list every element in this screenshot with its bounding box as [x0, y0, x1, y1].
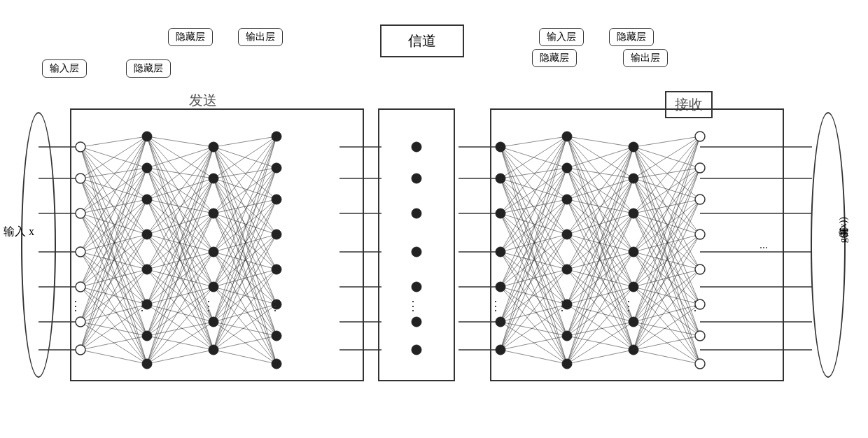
label-input-right: 输入层	[539, 28, 584, 46]
label-channel: 信道	[380, 24, 464, 57]
send-network-box	[70, 108, 364, 381]
send-title: 发送	[189, 91, 217, 110]
recv-network-box	[490, 108, 784, 381]
label-input-left: 输入层	[42, 59, 87, 78]
main-container: 输入层 隐藏层 隐藏层 输出层 信道 输入层 隐藏层 隐藏层 输出层 发送 接收…	[0, 0, 868, 438]
label-hidden1-left: 隐藏层	[126, 59, 171, 78]
label-hidden1-right: 隐藏层	[609, 28, 654, 46]
channel-box	[378, 108, 455, 381]
input-ellipse	[21, 112, 56, 378]
label-output-left: 输出层	[238, 28, 283, 46]
label-output-right: 输出层	[623, 49, 668, 67]
label-hidden2-left: 隐藏层	[168, 28, 213, 46]
label-hidden2-right: 隐藏层	[532, 49, 577, 67]
output-gfx-label: 输出 g(f(x))	[836, 217, 850, 246]
input-x-label: 输入 x	[4, 224, 34, 239]
